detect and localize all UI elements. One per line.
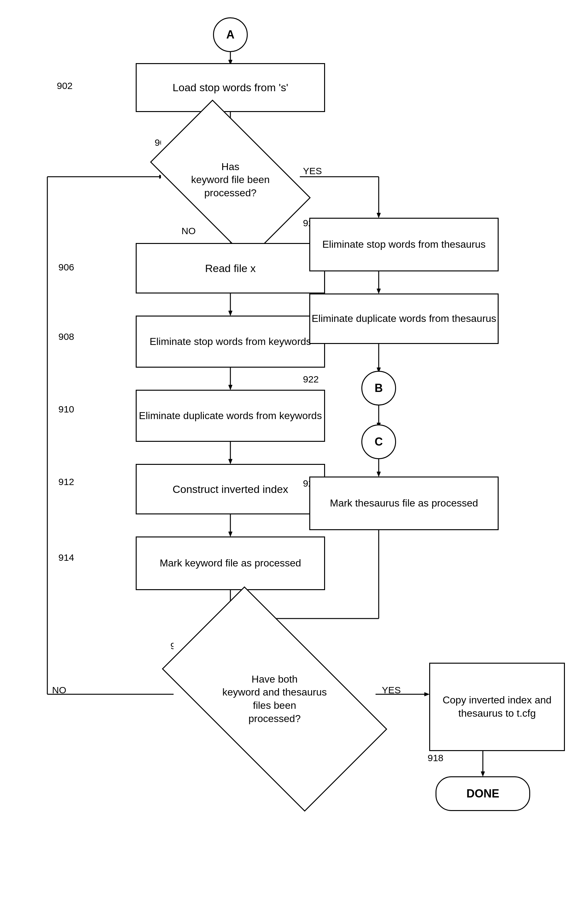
svg-marker-12	[229, 385, 232, 390]
svg-marker-16	[229, 532, 232, 537]
label-918: 918	[427, 753, 443, 764]
svg-marker-18	[377, 289, 381, 294]
node-copy-inverted: Copy inverted index and thesaurus to t.c…	[429, 663, 565, 751]
node-elim-stop-keywords: Eliminate stop words from keywords	[136, 316, 325, 368]
node-c: C	[361, 424, 396, 459]
svg-marker-6	[377, 213, 381, 218]
node-have-both-processed: Have bothkeyword and thesaurusfiles been…	[173, 641, 376, 757]
flowchart: A 902 Load stop words from 's' 904 Haske…	[0, 0, 575, 924]
node-done: DONE	[435, 776, 530, 811]
node-read-file-x: Read file x	[136, 243, 325, 294]
label-908: 908	[59, 331, 74, 342]
no-label-916: NO	[52, 685, 66, 695]
yes-label-916: YES	[382, 685, 401, 695]
node-has-keyword-processed: Haskeyword file beenprocessed?	[161, 136, 300, 224]
label-910: 910	[59, 404, 74, 415]
node-construct-inverted: Construct inverted index	[136, 464, 325, 514]
node-elim-dup-keywords: Eliminate duplicate words from keywords	[136, 390, 325, 442]
label-922: 922	[303, 374, 319, 385]
node-elim-stop-thesaurus: Eliminate stop words from thesaurus	[309, 218, 499, 271]
node-load-stop-words: Load stop words from 's'	[136, 63, 325, 112]
node-mark-keyword: Mark keyword file as processed	[136, 537, 325, 590]
node-a: A	[213, 17, 248, 52]
yes-label-904: YES	[303, 166, 322, 176]
node-mark-thesaurus: Mark thesaurus file as processed	[309, 476, 499, 530]
svg-marker-35	[424, 692, 429, 696]
svg-marker-37	[481, 772, 485, 776]
label-912: 912	[59, 476, 74, 487]
node-elim-dup-thesaurus: Eliminate duplicate words from thesaurus	[309, 294, 499, 344]
svg-marker-14	[229, 459, 232, 464]
svg-marker-24	[377, 472, 381, 476]
label-902: 902	[57, 81, 73, 91]
node-b: B	[361, 371, 396, 405]
label-914: 914	[59, 552, 74, 563]
svg-marker-10	[229, 311, 232, 316]
label-906: 906	[59, 262, 74, 273]
no-label-904: NO	[181, 225, 196, 237]
